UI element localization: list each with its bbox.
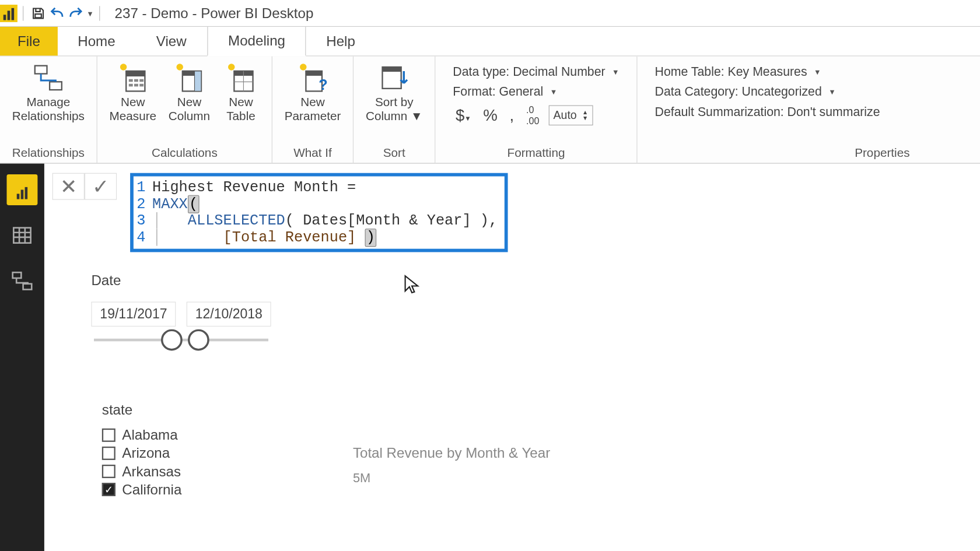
data-view-icon [10, 224, 33, 247]
checkbox-icon[interactable]: ✓ [102, 483, 116, 496]
manage-relationships-button[interactable]: Manage Relationships [9, 61, 87, 125]
tab-file[interactable]: File [0, 27, 58, 55]
new-table-button[interactable]: New Table [219, 61, 262, 125]
spinner-icon[interactable]: ▲▼ [582, 109, 588, 121]
svg-rect-1 [35, 66, 47, 74]
code-text: ( Dates[Month & Year] ), [285, 213, 498, 230]
report-view-button[interactable] [7, 174, 38, 205]
new-column-button[interactable]: New Column [166, 61, 213, 125]
svg-rect-5 [126, 71, 145, 76]
date-range-slider[interactable] [94, 339, 268, 342]
data-category-dropdown[interactable]: Data Category: Uncategorized▼ [655, 85, 980, 99]
label: New Parameter [285, 95, 341, 123]
svg-rect-32 [13, 272, 22, 278]
svg-text:?: ? [318, 76, 327, 93]
checkbox-icon[interactable] [102, 429, 116, 442]
tab-modeling[interactable]: Modeling [207, 27, 306, 57]
chevron-down-icon: ▼ [828, 88, 836, 96]
svg-rect-10 [134, 84, 138, 87]
date-end-input[interactable]: 12/10/2018 [187, 302, 271, 327]
checkbox-icon[interactable] [102, 447, 116, 460]
report-canvas[interactable]: ✕ ✓ 1 Highest Revenue Month = 2 MAXX( 3 … [44, 164, 980, 551]
window-title: 237 - Demo - Power BI Desktop [115, 5, 314, 22]
model-view-button[interactable] [7, 265, 38, 296]
slicer-label: state [102, 402, 980, 418]
currency-button[interactable]: $▼ [453, 106, 474, 125]
group-caption: Formatting [445, 145, 628, 160]
save-button[interactable] [29, 3, 47, 22]
line-number: 1 [136, 179, 152, 196]
line-number: 2 [136, 196, 152, 213]
new-parameter-button[interactable]: ? New Parameter [282, 61, 344, 125]
format-dropdown[interactable]: Format: General▼ [453, 85, 619, 99]
state-item[interactable]: Alabama [102, 427, 980, 444]
svg-point-21 [300, 64, 307, 71]
new-parameter-icon: ? [296, 62, 328, 94]
svg-rect-8 [139, 79, 144, 82]
state-name: Arkansas [122, 464, 181, 480]
percent-button[interactable]: % [481, 106, 501, 125]
workspace: ✕ ✓ 1 Highest Revenue Month = 2 MAXX( 3 … [0, 164, 980, 551]
chevron-down-icon: ▼ [550, 88, 558, 96]
group-caption: Relationships [9, 145, 87, 160]
new-table-icon [225, 62, 257, 94]
svg-rect-11 [139, 84, 144, 87]
data-view-button[interactable] [7, 220, 38, 251]
group-caption: Properties [647, 145, 980, 160]
paren-open: ( [188, 195, 200, 213]
slider-thumb-end[interactable] [188, 329, 209, 351]
qat-customize-dropdown[interactable]: ▼ [86, 9, 94, 17]
tab-view[interactable]: View [136, 27, 207, 55]
default-summarization-dropdown[interactable]: Default Summarization: Don't summarize [655, 104, 980, 119]
undo-button[interactable] [48, 3, 66, 22]
checkbox-icon[interactable] [102, 465, 116, 478]
tab-help[interactable]: Help [306, 27, 376, 55]
label: New Measure [110, 95, 157, 123]
new-measure-button[interactable]: New Measure [107, 61, 159, 125]
group-sort: Sort by Column ▼ Sort [354, 57, 435, 163]
chart-title: Total Revenue by Month & Year [353, 445, 550, 462]
svg-rect-2 [50, 82, 62, 90]
state-name: California [122, 482, 181, 498]
relationships-icon [32, 62, 64, 94]
line-number: 4 [136, 229, 152, 246]
group-caption: Calculations [107, 145, 262, 160]
new-measure-icon [117, 62, 149, 94]
new-column-icon [173, 62, 205, 94]
decimal-icon[interactable]: .0.00 [523, 104, 542, 126]
cancel-formula-button[interactable]: ✕ [52, 173, 85, 200]
label: New Table [226, 95, 255, 123]
model-view-icon [10, 269, 33, 292]
slicer-label: Date [91, 272, 980, 289]
chevron-down-icon: ▼ [464, 115, 471, 122]
slider-thumb-start[interactable] [161, 329, 183, 351]
y-axis-tick: 5M [353, 471, 550, 485]
revenue-chart[interactable]: Total Revenue by Month & Year 5M [353, 445, 550, 486]
group-whatif: ? New Parameter What If [272, 57, 354, 163]
state-name: Alabama [122, 427, 177, 444]
date-slicer[interactable]: Date 19/11/2017 12/10/2018 [91, 272, 980, 341]
svg-rect-26 [382, 67, 401, 72]
sort-by-column-button[interactable]: Sort by Column ▼ [363, 61, 425, 125]
redo-button[interactable] [66, 3, 85, 22]
date-start-input[interactable]: 19/11/2017 [91, 302, 176, 327]
dax-keyword: ALLSELECTED [188, 213, 285, 230]
group-relationships: Manage Relationships Relationships [0, 57, 97, 163]
data-type-dropdown[interactable]: Data type: Decimal Number▼ [453, 64, 619, 79]
svg-point-16 [228, 64, 235, 71]
redo-icon [68, 5, 84, 22]
undo-icon [49, 5, 65, 22]
paren-close: ) [365, 229, 376, 247]
svg-rect-6 [129, 79, 133, 82]
chevron-down-icon: ▼ [612, 68, 620, 76]
svg-rect-23 [306, 71, 323, 76]
formula-editor[interactable]: 1 Highest Revenue Month = 2 MAXX( 3 │ AL… [130, 173, 508, 252]
home-table-dropdown[interactable]: Home Table: Key Measures▼ [655, 64, 980, 79]
svg-rect-27 [13, 228, 30, 243]
commit-formula-button[interactable]: ✓ [85, 173, 117, 200]
tab-home[interactable]: Home [58, 27, 136, 55]
decimal-places-input[interactable]: Auto ▲▼ [548, 106, 593, 126]
ribbon-tabs: File Home View Modeling Help [0, 27, 980, 57]
thousands-button[interactable]: , [507, 106, 517, 125]
code-text: Highest Revenue Month = [152, 179, 356, 196]
